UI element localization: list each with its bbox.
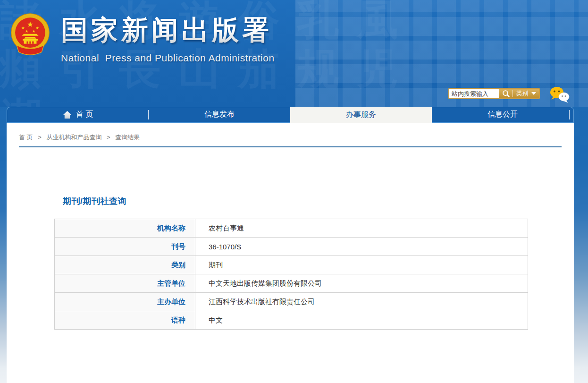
home-icon — [63, 111, 72, 119]
nav-divider — [148, 110, 149, 119]
row-value: 36-1070/S — [195, 238, 528, 256]
row-value: 期刊 — [195, 256, 528, 274]
site-subtitle: National Press and Publication Administr… — [61, 52, 275, 64]
row-value: 中文天地出版传媒集团股份有限公司 — [195, 274, 528, 293]
breadcrumb-rule — [19, 146, 562, 147]
breadcrumb-query[interactable]: 从业机构和产品查询 — [46, 134, 101, 141]
site-header: 諸水将遊俗乳風頫引長山茄规児潮 ★ ★ ★ ★ ★ 国家新闻出版署 Nation… — [0, 0, 588, 107]
nav-item-label: 首 页 — [76, 110, 93, 119]
search-category-dropdown[interactable]: 类别 — [513, 89, 539, 98]
page-title: 期刊/期刊社查询 — [63, 196, 574, 207]
table-row: 主管单位 中文天地出版传媒集团股份有限公司 — [55, 274, 528, 293]
breadcrumb-home[interactable]: 首 页 — [19, 134, 33, 141]
table-row: 刊号 36-1070/S — [55, 238, 528, 256]
nav-item-label: 信息发布 — [204, 110, 235, 119]
national-emblem-logo: ★ ★ ★ ★ ★ — [10, 8, 50, 63]
wechat-icon[interactable] — [549, 86, 570, 103]
main-nav: 首 页 信息发布 办事服务 信息公开 — [7, 107, 574, 123]
row-value: 中文 — [195, 311, 528, 330]
site-title: 国家新闻出版署 — [61, 12, 275, 49]
table-row: 语种 中文 — [55, 311, 528, 330]
svg-text:★: ★ — [25, 29, 29, 34]
nav-item-disclosure[interactable]: 信息公开 — [432, 107, 573, 122]
breadcrumb-current: 查询结果 — [115, 134, 140, 141]
row-value: 江西科学技术出版社有限责任公司 — [195, 293, 528, 311]
site-title-block: 国家新闻出版署 National Press and Publication A… — [61, 12, 275, 64]
nav-item-label: 办事服务 — [346, 110, 376, 120]
journal-info-table: 机构名称 农村百事通 刊号 36-1070/S 类别 期刊 主管单位 中文天地出… — [54, 219, 528, 330]
nav-item-services[interactable]: 办事服务 — [290, 107, 432, 123]
nav-item-label: 信息公开 — [487, 110, 518, 119]
breadcrumb-separator: > — [38, 134, 42, 141]
nav-divider — [569, 110, 570, 119]
search-button[interactable] — [499, 89, 512, 98]
site-search: 类别 — [448, 88, 540, 99]
nav-item-news[interactable]: 信息发布 — [149, 107, 290, 122]
row-label: 主管单位 — [55, 274, 195, 293]
search-category-label: 类别 — [516, 89, 529, 98]
row-label: 类别 — [55, 256, 195, 274]
table-row: 类别 期刊 — [55, 256, 528, 274]
row-label: 主办单位 — [55, 293, 195, 311]
svg-text:★: ★ — [21, 26, 25, 30]
chevron-down-icon — [531, 92, 536, 95]
breadcrumb-separator: > — [107, 134, 110, 141]
content-panel: 首 页 > 从业机构和产品查询 > 查询结果 期刊/期刊社查询 机构名称 农村百… — [7, 123, 574, 383]
search-icon — [502, 90, 510, 98]
svg-text:★: ★ — [27, 20, 34, 28]
row-label: 机构名称 — [55, 219, 195, 238]
table-row: 机构名称 农村百事通 — [55, 219, 528, 238]
breadcrumb: 首 页 > 从业机构和产品查询 > 查询结果 — [7, 123, 574, 142]
search-input[interactable] — [449, 89, 499, 98]
row-value: 农村百事通 — [195, 219, 528, 238]
row-label: 语种 — [55, 311, 195, 330]
row-label: 刊号 — [55, 238, 195, 256]
table-row: 主办单位 江西科学技术出版社有限责任公司 — [55, 293, 528, 311]
svg-text:★: ★ — [32, 29, 36, 34]
header-watermark-seal-grid — [295, 0, 588, 107]
svg-text:★: ★ — [35, 26, 39, 30]
nav-item-home[interactable]: 首 页 — [7, 107, 149, 122]
